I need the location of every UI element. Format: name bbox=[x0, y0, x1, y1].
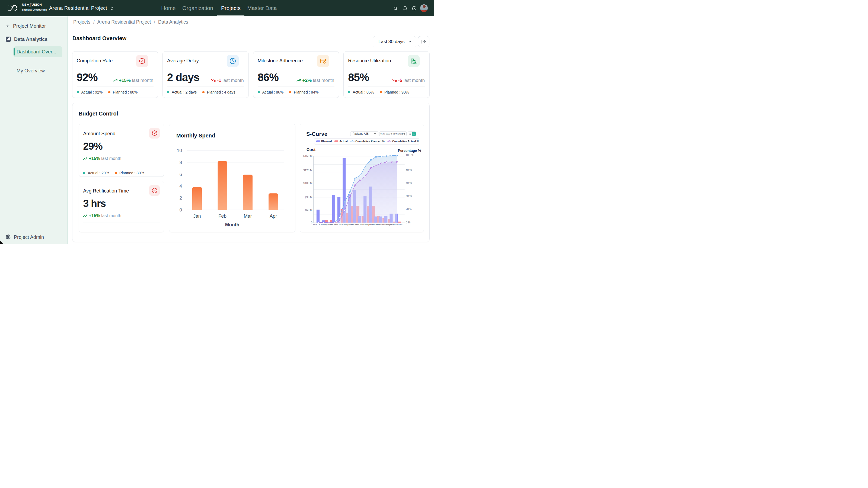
svg-text:$100 M: $100 M bbox=[303, 182, 312, 185]
svg-text:Mar: Mar bbox=[244, 214, 252, 219]
svg-text:80 %: 80 % bbox=[406, 168, 412, 171]
svg-text:Dec 2025: Dec 2025 bbox=[392, 223, 403, 226]
svg-text:6: 6 bbox=[180, 172, 182, 177]
svg-text:$50 M: $50 M bbox=[305, 208, 312, 212]
svg-text:Feb: Feb bbox=[218, 214, 226, 219]
svg-text:2: 2 bbox=[180, 195, 182, 201]
svg-text:$120 M: $120 M bbox=[303, 169, 312, 172]
svg-text:0: 0 bbox=[180, 207, 182, 213]
svg-text:4: 4 bbox=[180, 184, 182, 189]
svg-text:Apr: Apr bbox=[270, 214, 277, 219]
svg-text:20 %: 20 % bbox=[406, 208, 412, 210]
svg-text:0 %: 0 % bbox=[406, 221, 410, 224]
svg-text:$90 M: $90 M bbox=[305, 196, 312, 199]
svg-text:8: 8 bbox=[180, 160, 182, 165]
svg-text:10: 10 bbox=[177, 148, 182, 153]
svg-text:Jan: Jan bbox=[193, 214, 201, 219]
svg-text:60 %: 60 % bbox=[406, 182, 412, 184]
svg-text:40 %: 40 % bbox=[406, 194, 412, 197]
svg-text:$150 M: $150 M bbox=[303, 155, 312, 158]
svg-text:100 %: 100 % bbox=[406, 154, 413, 157]
svg-text:0: 0 bbox=[311, 221, 312, 224]
svg-text:Month: Month bbox=[225, 222, 239, 227]
